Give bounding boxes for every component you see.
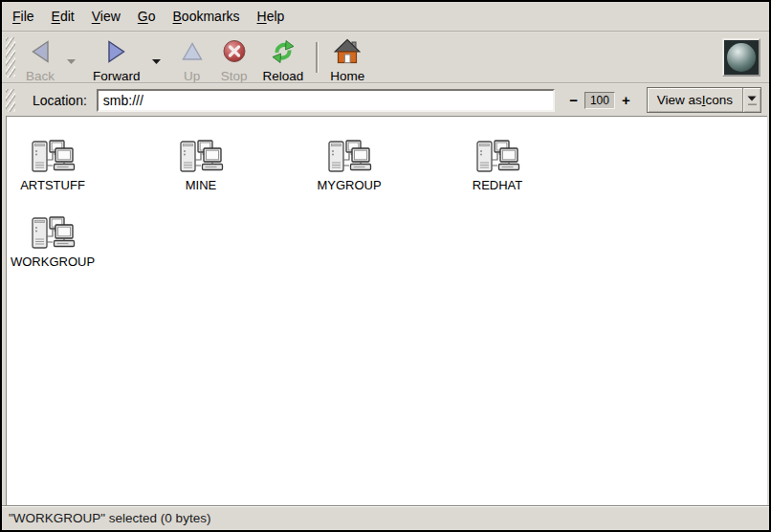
reload-icon bbox=[270, 38, 297, 69]
up-button-label: Up bbox=[184, 69, 200, 83]
item-label: WORKGROUP bbox=[11, 255, 95, 269]
menu-edit[interactable]: Edit bbox=[43, 3, 83, 30]
zoom-in-button[interactable]: + bbox=[617, 92, 635, 108]
up-arrow-icon bbox=[179, 38, 206, 69]
home-button-label: Home bbox=[330, 69, 364, 83]
globe-sphere-icon bbox=[727, 43, 756, 72]
network-workgroup-icon bbox=[326, 140, 372, 176]
forward-button-label: Forward bbox=[93, 69, 141, 83]
location-input[interactable] bbox=[97, 89, 555, 112]
stop-icon bbox=[221, 38, 248, 69]
forward-arrow-icon bbox=[103, 38, 130, 69]
location-bar-drag-handle[interactable] bbox=[6, 89, 15, 112]
throbber[interactable] bbox=[722, 38, 760, 77]
toolbar-drag-handle[interactable] bbox=[6, 37, 15, 78]
network-item-artstuff[interactable]: ARTSTUFF bbox=[7, 140, 99, 192]
view-as-label: View as Icons bbox=[648, 88, 742, 112]
back-arrow-icon bbox=[27, 38, 54, 69]
network-item-workgroup[interactable]: WORKGROUP bbox=[7, 216, 99, 269]
dropdown-arrow-icon bbox=[743, 88, 760, 112]
toolbar: Back Forward Up bbox=[2, 33, 769, 82]
menu-bar: File Edit View Go Bookmarks Help bbox=[2, 2, 769, 31]
stop-button[interactable]: Stop bbox=[213, 34, 255, 80]
toolbar-separator bbox=[316, 42, 318, 73]
zoom-level-indicator[interactable]: 100 bbox=[584, 92, 615, 109]
network-item-mine[interactable]: MINE bbox=[155, 140, 247, 192]
icon-view-pane[interactable]: ARTSTUFF MINE MYGROUP REDHAT WORKGROUP bbox=[6, 116, 767, 505]
menu-view[interactable]: View bbox=[83, 3, 129, 30]
network-workgroup-icon bbox=[474, 140, 520, 176]
network-workgroup-icon bbox=[30, 140, 76, 176]
menu-file[interactable]: File bbox=[4, 3, 43, 30]
back-button-label: Back bbox=[26, 69, 55, 83]
stop-button-label: Stop bbox=[221, 69, 248, 83]
item-label: REDHAT bbox=[473, 178, 522, 192]
location-bar: Location: − 100 + View as Icons bbox=[2, 84, 769, 116]
view-as-dropdown[interactable]: View as Icons bbox=[647, 87, 761, 113]
zoom-out-button[interactable]: − bbox=[564, 92, 583, 108]
location-label: Location: bbox=[33, 93, 87, 108]
network-workgroup-icon bbox=[30, 216, 76, 253]
reload-button[interactable]: Reload bbox=[255, 34, 312, 80]
up-button[interactable]: Up bbox=[171, 34, 213, 80]
file-manager-window: File Edit View Go Bookmarks Help Back Fo… bbox=[0, 0, 771, 532]
item-label: ARTSTUFF bbox=[20, 178, 85, 192]
network-item-redhat[interactable]: REDHAT bbox=[452, 140, 543, 192]
chevron-down-icon bbox=[66, 52, 77, 69]
menu-help[interactable]: Help bbox=[249, 3, 294, 30]
forward-history-dropdown[interactable] bbox=[148, 34, 165, 80]
menu-go[interactable]: Go bbox=[129, 3, 165, 30]
toolbar-spacer bbox=[372, 34, 722, 80]
chevron-down-icon bbox=[151, 52, 162, 69]
back-button[interactable]: Back bbox=[18, 34, 62, 80]
item-label: MINE bbox=[186, 178, 217, 192]
back-history-dropdown[interactable] bbox=[62, 34, 79, 80]
menu-bookmarks[interactable]: Bookmarks bbox=[165, 3, 249, 30]
network-workgroup-icon bbox=[178, 140, 224, 176]
status-bar: "WORKGROUP" selected (0 bytes) bbox=[2, 505, 769, 530]
home-button[interactable]: Home bbox=[322, 34, 372, 80]
network-item-mygroup[interactable]: MYGROUP bbox=[303, 140, 395, 192]
status-text: "WORKGROUP" selected (0 bytes) bbox=[9, 511, 210, 525]
forward-button[interactable]: Forward bbox=[85, 34, 148, 80]
item-label: MYGROUP bbox=[317, 178, 381, 192]
reload-button-label: Reload bbox=[263, 69, 304, 83]
home-icon bbox=[334, 38, 361, 69]
